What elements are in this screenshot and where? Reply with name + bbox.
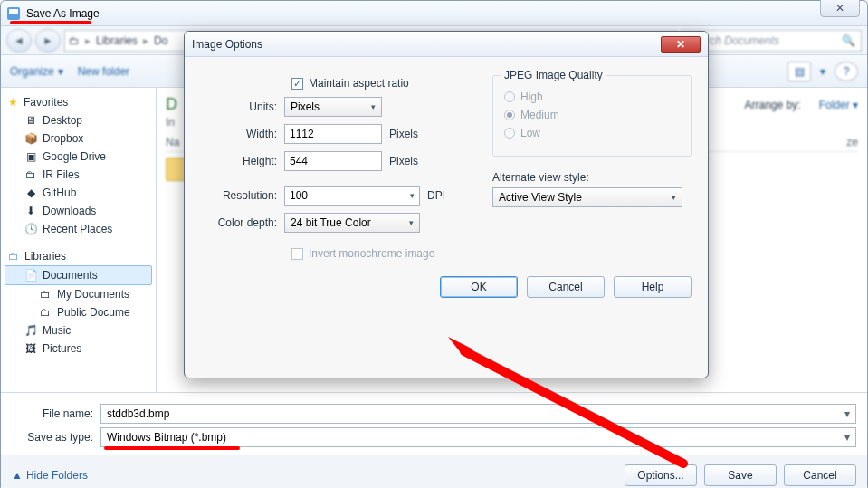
alt-view-label: Alternate view style: (492, 171, 692, 184)
filename-input[interactable]: stddb3d.bmp▾ (100, 404, 856, 424)
image-options-titlebar: Image Options ✕ (185, 32, 708, 57)
dialog-cancel-button[interactable]: Cancel (527, 276, 605, 298)
width-input[interactable]: 1112 (284, 124, 382, 144)
chevron-down-icon: ▾ (371, 102, 376, 111)
chevron-down-icon: ▾ (844, 431, 850, 444)
sidebar-item-documents[interactable]: 📄Documents (5, 265, 152, 285)
height-input[interactable]: 544 (284, 151, 382, 171)
alt-view-select[interactable]: Active View Style▾ (492, 187, 682, 207)
downloads-icon: ⬇ (24, 205, 37, 217)
help-button[interactable]: Help (614, 276, 692, 298)
save-as-titlebar: Save As Image ✕ (1, 1, 867, 26)
breadcrumb-libraries[interactable]: Libraries (96, 34, 138, 47)
sidebar-item-public-documents[interactable]: 🗀Public Docume (5, 303, 152, 321)
chevron-down-icon: ▾ (58, 65, 63, 78)
annotation-underline-type (104, 446, 240, 450)
new-folder-button[interactable]: New folder (78, 65, 129, 78)
chevron-down-icon: ▾ (853, 99, 858, 111)
pictures-icon: 🖼 (24, 342, 37, 355)
radio-icon (504, 128, 515, 139)
resolution-unit-label: DPI (427, 189, 445, 202)
column-name[interactable]: Na (166, 136, 179, 148)
width-label: Width: (201, 128, 284, 140)
folder-icon: 🗀 (39, 288, 52, 301)
ok-button[interactable]: OK (440, 276, 518, 298)
chevron-down-icon: ▾ (410, 191, 415, 200)
jpeg-low-radio: Low (504, 127, 680, 139)
height-label: Height: (201, 155, 284, 167)
pane-title: D (166, 95, 177, 114)
folder-icon: 🗀 (39, 306, 52, 319)
save-button[interactable]: Save (704, 464, 777, 486)
annotation-underline-title (10, 21, 91, 24)
breadcrumb-sep-icon: ▸ (85, 34, 91, 47)
jpeg-medium-radio: Medium (504, 109, 680, 121)
cancel-button[interactable]: Cancel (784, 464, 856, 486)
checkbox-unchecked-icon (291, 248, 303, 260)
sidebar-item-pictures[interactable]: 🖼Pictures (5, 340, 152, 358)
documents-icon: 📄 (24, 269, 37, 282)
sidebar-item-dropbox[interactable]: 📦Dropbox (5, 129, 152, 148)
arrange-by-value[interactable]: Folder ▾ (819, 99, 858, 111)
nav-back-button[interactable]: ◄ (6, 29, 32, 53)
sidebar-item-github[interactable]: ◆GitHub (5, 184, 152, 202)
units-select[interactable]: Pixels▾ (284, 97, 382, 117)
app-icon (6, 6, 21, 21)
github-icon: ◆ (24, 187, 37, 199)
help-button[interactable]: ? (835, 62, 858, 81)
units-label: Units: (201, 100, 284, 113)
column-size[interactable]: ze (846, 136, 858, 148)
save-form: File name: stddb3d.bmp▾ Save as type: Wi… (1, 392, 867, 455)
save-as-title: Save As Image (26, 7, 100, 20)
recent-icon: 🕓 (24, 223, 37, 235)
nav-forward-button[interactable]: ► (35, 29, 61, 53)
save-as-footer: ▲ Hide Folders Options... Save Cancel (1, 455, 867, 488)
svg-rect-1 (9, 9, 18, 14)
color-depth-select[interactable]: 24 bit True Color▾ (284, 213, 420, 233)
organize-button[interactable]: Organize▾ (10, 65, 63, 78)
width-unit-label: Pixels (389, 128, 418, 140)
window-close-button[interactable]: ✕ (820, 0, 860, 17)
options-button[interactable]: Options... (625, 464, 697, 486)
view-mode-icon: ▤ (795, 65, 805, 78)
dialog-close-button[interactable]: ✕ (661, 36, 701, 53)
radio-icon (504, 91, 515, 102)
color-depth-label: Color depth: (201, 216, 284, 229)
maintain-aspect-ratio-checkbox[interactable]: ✓ Maintain aspect ratio (291, 77, 409, 90)
sidebar-item-google-drive[interactable]: ▣Google Drive (5, 148, 152, 166)
resolution-input[interactable]: 100▾ (284, 186, 420, 206)
desktop-icon: 🖥 (24, 114, 37, 127)
chevron-down-icon: ▾ (672, 193, 676, 202)
sidebar: Favorites 🖥Desktop 📦Dropbox ▣Google Driv… (1, 88, 157, 392)
save-as-type-label: Save as type: (12, 431, 100, 444)
chevron-down-icon: ▾ (409, 218, 414, 227)
sidebar-item-desktop[interactable]: 🖥Desktop (5, 111, 152, 129)
help-icon: ? (844, 65, 850, 78)
sidebar-item-recent-places[interactable]: 🕓Recent Places (5, 220, 152, 238)
resolution-label: Resolution: (201, 189, 284, 202)
chevron-down-icon: ▾ (844, 407, 850, 420)
sidebar-item-downloads[interactable]: ⬇Downloads (5, 202, 152, 220)
dropbox-icon: 📦 (24, 132, 37, 145)
hide-folders-button[interactable]: ▲ Hide Folders (12, 469, 88, 482)
sidebar-favorites-heading[interactable]: Favorites (5, 93, 152, 111)
sidebar-item-my-documents[interactable]: 🗀My Documents (5, 285, 152, 303)
breadcrumb-sep-icon: ▸ (143, 34, 148, 47)
arrange-by-label: Arrange by: (745, 99, 801, 111)
save-as-type-select[interactable]: Windows Bitmap (*.bmp)▾ (100, 427, 856, 447)
music-icon: 🎵 (24, 324, 37, 337)
view-mode-button[interactable]: ▤ (787, 62, 811, 81)
drive-icon: ▣ (24, 150, 37, 163)
radio-selected-icon (504, 110, 515, 120)
invert-monochrome-checkbox: Invert monochrome image (291, 247, 434, 260)
sidebar-item-ir-files[interactable]: 🗀IR Files (5, 166, 152, 184)
jpeg-high-radio: High (504, 91, 680, 103)
image-options-dialog: Image Options ✕ ✓ Maintain aspect ratio … (184, 31, 709, 378)
sidebar-libraries-heading[interactable]: Libraries (5, 247, 152, 265)
folder-icon: 🗀 (69, 34, 80, 47)
sidebar-item-music[interactable]: 🎵Music (5, 321, 152, 340)
breadcrumb-documents[interactable]: Do (154, 34, 167, 47)
height-unit-label: Pixels (389, 155, 418, 167)
filename-label: File name: (12, 407, 100, 420)
chevron-down-icon[interactable]: ▾ (820, 65, 825, 78)
